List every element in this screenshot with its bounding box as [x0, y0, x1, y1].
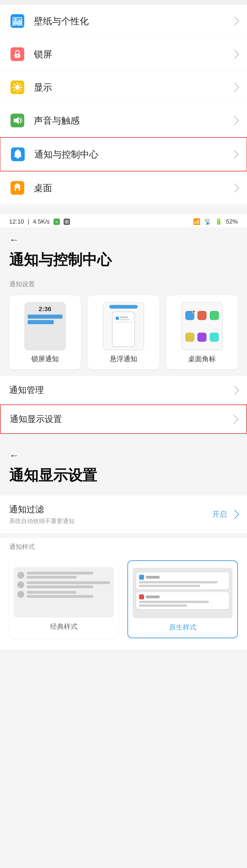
notif-filter-row[interactable]: 通知过滤 系统自动收纳不重要通知 开启 — [0, 495, 247, 533]
classic-line-3a — [27, 591, 76, 594]
back-nav-notif: ← — [0, 227, 247, 248]
lock-bar-1 — [28, 315, 62, 319]
classic-icon-3 — [18, 591, 24, 598]
settings-item-desktop[interactable]: 桌面 — [0, 172, 247, 205]
notification-icon — [10, 146, 26, 162]
native-line-1b — [139, 585, 200, 587]
wifi-indicator: 📡 — [204, 218, 211, 225]
badge-icon-2 — [197, 311, 207, 320]
display-chevron — [230, 83, 239, 92]
gap-2 — [0, 434, 247, 443]
svg-rect-23 — [17, 157, 19, 158]
notif-management-chevron — [230, 386, 239, 395]
badge-icon-6 — [210, 333, 219, 342]
floating-notif-card[interactable]: 悬浮通知 — [88, 296, 159, 369]
display-label: 显示 — [34, 81, 229, 94]
status-time: 12:10 — [9, 218, 24, 225]
svg-point-24 — [17, 149, 19, 151]
notif-display-settings-row[interactable]: 通知显示设置 — [0, 404, 247, 434]
notif-filter-status: 开启 — [212, 509, 227, 519]
float-phone-preview — [112, 312, 135, 347]
classic-style-preview — [14, 567, 114, 617]
settings-item-notification[interactable]: 通知与控制中心 — [0, 137, 247, 172]
notification-control-center-page: ← 通知与控制中心 通知设置 2:36 锁屏通知 — [0, 227, 247, 434]
desktop-chevron — [230, 183, 239, 192]
sound-chevron — [230, 116, 239, 125]
native-app-icon-1 — [139, 575, 144, 580]
classic-lines-3 — [27, 591, 110, 598]
native-item-1-top — [139, 575, 226, 580]
wallpaper-chevron — [230, 17, 239, 26]
classic-line-1a — [27, 572, 93, 575]
lock-preview-time: 2:36 — [28, 305, 62, 313]
classic-line-2b — [27, 585, 93, 588]
back-nav-display: ← — [0, 443, 247, 463]
notif-management-row[interactable]: 通知管理 — [0, 376, 247, 404]
classic-item-1 — [18, 572, 110, 579]
notif-control-title: 通知与控制中心 — [0, 248, 247, 275]
badge-notif-card[interactable]: 桌面角标 — [166, 296, 238, 369]
badge-icon-1 — [185, 311, 194, 320]
svg-point-8 — [17, 55, 18, 56]
lockscreen-label: 锁屏 — [34, 48, 229, 61]
sound-label: 声音与触感 — [34, 114, 229, 127]
native-line-2b — [139, 604, 187, 607]
status-speed: | — [28, 218, 29, 225]
settings-list: 壁纸与个性化 锁屏 — [0, 0, 247, 205]
gap-1 — [0, 205, 247, 214]
lock-icon — [9, 46, 26, 62]
native-item-2-top — [139, 594, 226, 599]
badge-dot-1 — [192, 310, 195, 313]
lockscreen-notif-card-label: 锁屏通知 — [31, 354, 59, 364]
notification-chevron — [229, 150, 239, 159]
badge-icon-5 — [197, 333, 207, 342]
lockscreen-notif-card[interactable]: 2:36 锁屏通知 — [9, 296, 81, 369]
battery-indicator: 🔋 — [215, 218, 222, 225]
notif-style-cards-row: 2:36 锁屏通知 悬浮通知 — [0, 291, 247, 376]
wallpaper-label: 壁纸与个性化 — [34, 15, 229, 27]
badge-notif-card-label: 桌面角标 — [188, 354, 216, 364]
native-line-2a — [139, 601, 209, 603]
status-right: 📶 📡 🔋 52% — [193, 218, 238, 225]
sound-icon — [9, 112, 26, 129]
classic-item-3 — [18, 591, 110, 598]
classic-icon-1 — [18, 572, 24, 579]
notif-filter-left: 通知过滤 系统自动收纳不重要通知 — [9, 504, 74, 525]
status-left: 12:10 | 4.5K/s N — [9, 218, 70, 225]
float-notif-line-2 — [120, 319, 130, 320]
native-app-icon-2 — [139, 594, 144, 599]
native-style-name: 原生样式 — [169, 623, 196, 632]
native-item-1 — [136, 572, 229, 589]
classic-item-2 — [18, 581, 110, 588]
back-button-notif[interactable]: ← — [9, 234, 19, 245]
notif-settings-section-label: 通知设置 — [0, 275, 247, 291]
classic-line-2a — [27, 581, 110, 584]
divider-1 — [0, 491, 247, 495]
notif-display-chevron — [229, 415, 239, 424]
notification-label: 通知与控制中心 — [34, 148, 229, 161]
native-style-card[interactable]: 原生样式 — [127, 560, 238, 638]
back-button-display[interactable]: ← — [9, 450, 19, 461]
classic-style-card[interactable]: 经典样式 — [9, 560, 118, 638]
signal-indicator: 📶 — [193, 218, 200, 225]
settings-item-lockscreen[interactable]: 锁屏 — [0, 38, 247, 71]
notif-filter-title: 通知过滤 — [9, 504, 74, 515]
app-icon-1: N — [54, 219, 60, 225]
settings-item-wallpaper[interactable]: 壁纸与个性化 — [0, 5, 247, 38]
floating-notif-preview — [103, 302, 144, 350]
native-style-preview — [133, 568, 233, 618]
battery-percent: 52% — [226, 218, 238, 225]
settings-item-display[interactable]: 显示 — [0, 71, 247, 104]
svg-text:N: N — [56, 220, 58, 224]
svg-point-11 — [15, 85, 20, 90]
notif-management-right — [229, 387, 238, 394]
status-bar: 12:10 | 4.5K/s N 📶 📡 🔋 52% — [0, 214, 247, 227]
wallpaper-icon — [9, 13, 26, 29]
notif-display-settings-title: 通知显示设置 — [0, 463, 247, 491]
native-app-name-2 — [146, 595, 160, 598]
svg-point-32 — [66, 221, 67, 222]
float-notif-line-1 — [120, 316, 128, 318]
desktop-icon — [9, 180, 26, 196]
settings-item-sound[interactable]: 声音与触感 — [0, 104, 247, 137]
notif-display-settings-page: ← 通知显示设置 通知过滤 系统自动收纳不重要通知 开启 通知样式 — [0, 443, 247, 650]
